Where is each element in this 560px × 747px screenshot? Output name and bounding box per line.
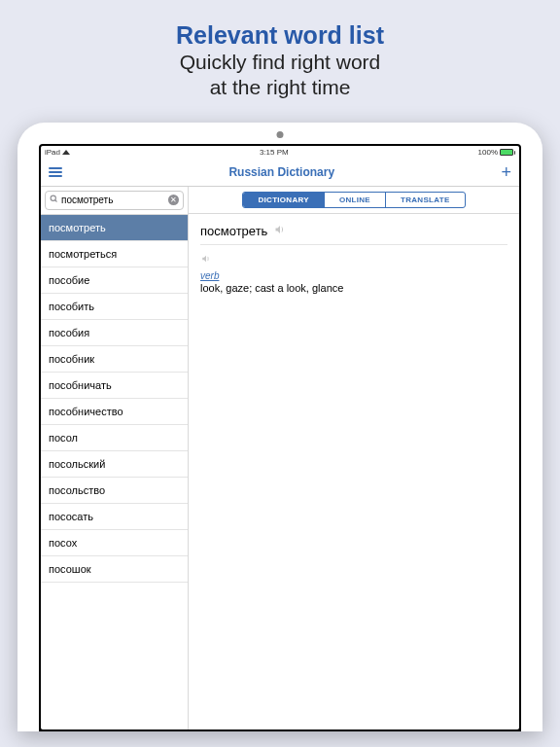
list-item[interactable]: посольский — [41, 451, 188, 478]
search-icon — [50, 195, 58, 205]
promo-title: Relevant word list — [10, 21, 550, 50]
list-item[interactable]: пососать — [41, 504, 188, 530]
entry-headword: посмотреть — [200, 224, 267, 238]
menu-button[interactable] — [49, 167, 62, 177]
nav-bar: Russian Dictionary + — [41, 160, 519, 187]
device-camera — [277, 131, 284, 138]
tab-dictionary[interactable]: DICTIONARY — [243, 193, 324, 207]
search-input[interactable] — [61, 195, 165, 205]
entry-pos[interactable]: verb — [200, 270, 508, 281]
tab-translate[interactable]: TRANSLATE — [386, 193, 465, 207]
ipad-frame: iPad 3:15 PM 100% Russian Dictionary + — [18, 123, 542, 731]
status-time: 3:15 PM — [260, 148, 289, 157]
list-item[interactable]: посол — [41, 425, 188, 451]
status-bar: iPad 3:15 PM 100% — [41, 146, 519, 160]
list-item[interactable]: посошок — [41, 556, 188, 583]
speaker-icon[interactable] — [273, 224, 287, 238]
device-screen: iPad 3:15 PM 100% Russian Dictionary + — [41, 146, 519, 729]
svg-line-1 — [55, 200, 57, 202]
promo-sub-line1: Quickly find right word — [10, 50, 550, 75]
battery-pct: 100% — [478, 148, 498, 157]
list-item[interactable]: посольство — [41, 478, 188, 504]
svg-point-0 — [51, 196, 55, 200]
promo-header: Relevant word list Quickly find right wo… — [0, 0, 560, 113]
list-item[interactable]: пособничать — [41, 373, 188, 399]
main-panel: DICTIONARYONLINETRANSLATE посмотреть — [189, 187, 519, 729]
sidebar: ✕ посмотретьпосмотретьсяпособиепособитьп… — [41, 187, 189, 729]
promo-sub-line2: at the right time — [10, 75, 550, 100]
search-wrap: ✕ — [41, 187, 188, 215]
battery-icon — [500, 149, 515, 156]
list-item[interactable]: пособить — [41, 294, 188, 320]
nav-title: Russian Dictionary — [228, 165, 334, 179]
list-item[interactable]: пособие — [41, 267, 188, 294]
device-bezel: iPad 3:15 PM 100% Russian Dictionary + — [39, 144, 521, 731]
entry: посмотреть verb look, gaze; cast a look,… — [189, 214, 519, 303]
segmented-control: DICTIONARYONLINETRANSLATE — [242, 192, 465, 208]
list-item[interactable]: посох — [41, 530, 188, 556]
tab-online[interactable]: ONLINE — [325, 193, 386, 207]
content-area: ✕ посмотретьпосмотретьсяпособиепособитьп… — [41, 187, 519, 729]
entry-definition: look, gaze; cast a look, glance — [200, 282, 508, 294]
device-label: iPad — [45, 148, 60, 157]
list-item[interactable]: посмотреть — [41, 215, 188, 241]
list-item[interactable]: пособия — [41, 320, 188, 346]
list-item[interactable]: пособничество — [41, 399, 188, 425]
word-list[interactable]: посмотретьпосмотретьсяпособиепособитьпос… — [41, 215, 188, 729]
tabs-bar: DICTIONARYONLINETRANSLATE — [189, 187, 519, 214]
wifi-icon — [62, 150, 70, 155]
search-box: ✕ — [45, 191, 184, 210]
add-button[interactable]: + — [501, 163, 511, 181]
speaker-icon-small[interactable] — [200, 252, 212, 267]
list-item[interactable]: пособник — [41, 346, 188, 373]
list-item[interactable]: посмотреться — [41, 241, 188, 267]
clear-search-button[interactable]: ✕ — [168, 195, 179, 205]
